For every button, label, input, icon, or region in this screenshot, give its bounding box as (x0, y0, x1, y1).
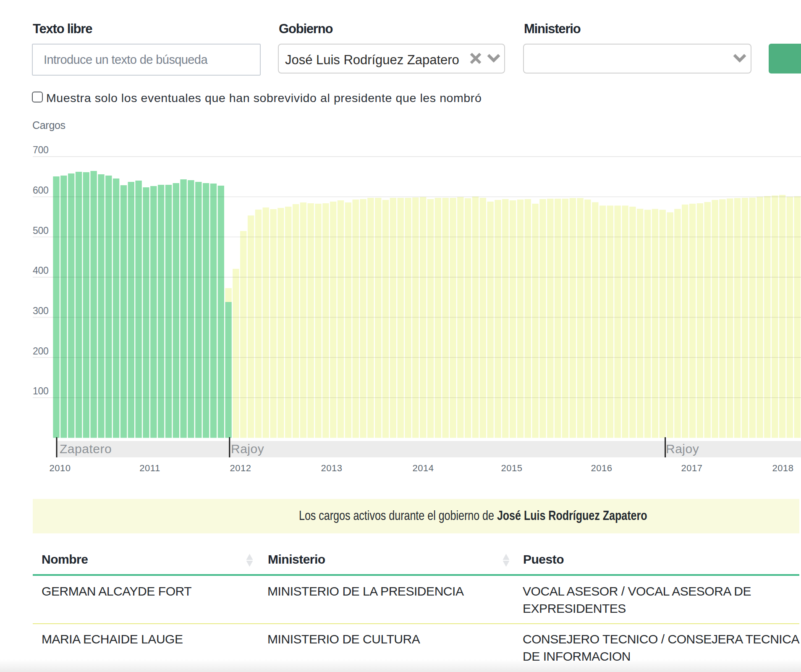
svg-text:600: 600 (33, 185, 48, 196)
svg-text:2016: 2016 (591, 463, 613, 473)
svg-text:700: 700 (33, 144, 48, 155)
svg-text:2011: 2011 (139, 463, 160, 473)
svg-text:Rajoy: Rajoy (666, 442, 699, 456)
svg-text:400: 400 (33, 265, 48, 276)
svg-text:500: 500 (33, 225, 48, 236)
svg-text:2014: 2014 (413, 463, 434, 473)
svg-text:Rajoy: Rajoy (231, 442, 264, 456)
svg-text:300: 300 (33, 305, 48, 316)
svg-text:2012: 2012 (230, 463, 251, 473)
svg-text:100: 100 (33, 386, 48, 396)
svg-text:2013: 2013 (321, 463, 343, 473)
svg-text:2017: 2017 (681, 463, 703, 473)
svg-text:2015: 2015 (501, 463, 523, 473)
svg-text:200: 200 (33, 346, 48, 357)
svg-text:2010: 2010 (50, 463, 71, 473)
svg-text:Zapatero: Zapatero (60, 442, 112, 456)
svg-text:2018: 2018 (772, 463, 794, 473)
